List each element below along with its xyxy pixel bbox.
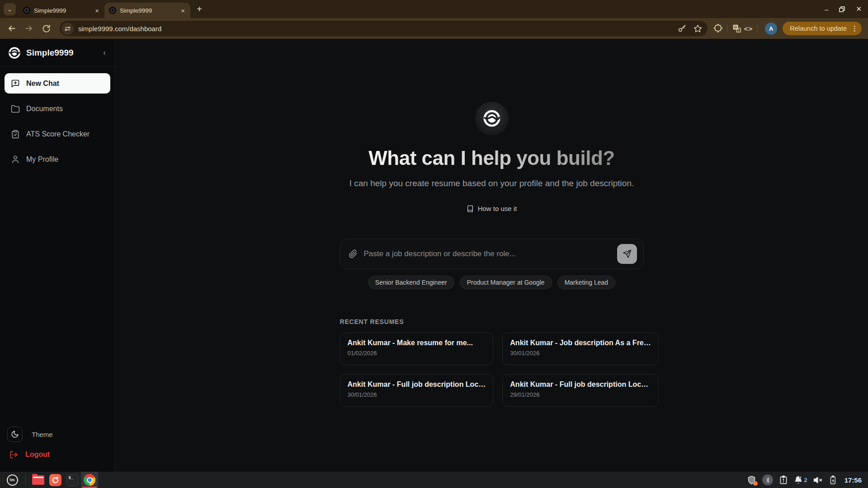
volume-muted-tray-icon[interactable] <box>813 475 823 485</box>
tune-icon <box>64 25 71 32</box>
folder-icon <box>11 104 20 113</box>
bookmark-star-icon[interactable] <box>693 24 702 33</box>
bluetooth-tray-icon[interactable] <box>762 474 773 485</box>
chat-plus-icon <box>11 79 20 88</box>
translate-icon[interactable]: G 文 <box>732 24 741 33</box>
close-window-button[interactable]: ✕ <box>856 5 862 13</box>
back-button[interactable] <box>5 21 19 36</box>
chrome-launcher-active[interactable] <box>81 472 98 488</box>
relaunch-to-update-button[interactable]: Relaunch to update ⋮ <box>783 22 862 35</box>
moon-icon <box>11 430 19 438</box>
restore-icon <box>839 6 845 12</box>
send-icon <box>623 249 632 258</box>
resume-date: 30/01/2026 <box>348 391 486 398</box>
chip-marketing-lead[interactable]: Marketing Lead <box>557 276 616 289</box>
browser-toolbar: simple9999.com/dashboard G 文 <> A Relaun… <box>0 18 868 39</box>
extensions-puzzle-icon[interactable] <box>714 24 723 33</box>
relaunch-label: Relaunch to update <box>790 25 847 32</box>
suggestion-chips: Senior Backend Engineer Product Manager … <box>340 276 644 289</box>
recent-resumes-heading: RECENT RESUMES <box>340 318 644 325</box>
paperclip-attach-icon[interactable] <box>349 249 358 258</box>
taskbar-clock[interactable]: 17:56 <box>844 476 862 484</box>
close-icon[interactable]: × <box>94 6 100 15</box>
resume-date: 29/01/2026 <box>510 391 651 398</box>
reload-button[interactable] <box>39 21 53 36</box>
chip-product-manager-at-google[interactable]: Product Manager at Google <box>460 276 552 289</box>
clipboard-check-icon <box>11 130 20 139</box>
resume-card[interactable]: Ankit Kumar - Job description As a Fre… … <box>502 333 658 365</box>
tab-title: Simple9999 <box>34 7 90 14</box>
simple9999-logo-icon <box>8 47 21 59</box>
sidebar: Simple9999 ‹ New Chat Documents <box>0 39 115 472</box>
update-manager-tray-icon[interactable] <box>779 475 788 484</box>
forward-button[interactable] <box>22 21 36 36</box>
sidebar-header: Simple9999 ‹ <box>0 39 115 67</box>
mint-menu-button[interactable]: lm <box>5 473 19 487</box>
job-description-input[interactable] <box>364 249 617 258</box>
theme-label: Theme <box>32 431 53 438</box>
tab-simple9999-2[interactable]: Simple9999 × <box>104 3 190 18</box>
send-button[interactable] <box>617 244 637 264</box>
resume-card[interactable]: Ankit Kumar - Full job description Loc… … <box>340 374 494 407</box>
address-bar[interactable]: simple9999.com/dashboard <box>60 21 708 36</box>
browser-menu-kebab-icon[interactable]: ⋮ <box>851 24 858 33</box>
how-to-use-button[interactable]: How to use it <box>467 205 517 212</box>
notification-count-badge: 2 <box>804 477 807 483</box>
notifications-tray-icon[interactable]: 2 <box>794 475 807 484</box>
security-shield-tray-icon[interactable] <box>747 475 756 485</box>
devtools-code-icon[interactable]: <> <box>744 25 753 33</box>
chevron-down-icon: ⌄ <box>7 6 12 13</box>
firefox-icon <box>49 474 61 486</box>
system-taskbar: lm $_ <box>0 472 868 488</box>
folder-icon <box>32 475 44 485</box>
job-description-input-container <box>340 239 644 269</box>
resume-card[interactable]: Ankit Kumar - Full job description Loc… … <box>502 374 658 407</box>
new-tab-button[interactable]: + <box>193 3 206 15</box>
sidebar-item-documents[interactable]: Documents <box>5 99 110 119</box>
logout-label: Logout <box>25 450 50 459</box>
linux-mint-icon: lm <box>7 474 18 486</box>
sidebar-item-new-chat[interactable]: New Chat <box>5 73 110 94</box>
terminal-launcher[interactable]: $_ <box>64 472 81 488</box>
resume-title: Ankit Kumar - Make resume for me... <box>348 339 486 347</box>
shield-status-dot <box>753 481 758 486</box>
theme-toggle-button[interactable] <box>7 427 23 442</box>
close-icon[interactable]: × <box>180 6 186 15</box>
sidebar-collapse-button[interactable]: ‹ <box>101 48 108 57</box>
restore-button[interactable] <box>839 6 845 12</box>
tab-simple9999-1[interactable]: Simple9999 × <box>19 3 104 18</box>
app-page: Simple9999 ‹ New Chat Documents <box>0 39 868 472</box>
main-content: What can I help you build? I can help yo… <box>115 39 868 472</box>
window-controls: – ✕ <box>825 0 862 18</box>
minimize-button[interactable]: – <box>825 5 828 13</box>
key-icon[interactable] <box>678 24 686 33</box>
site-info-button[interactable] <box>61 23 74 35</box>
sidebar-item-ats-score-checker[interactable]: ATS Score Checker <box>5 124 110 144</box>
sidebar-item-label: ATS Score Checker <box>26 130 90 138</box>
simple9999-hero-logo-icon <box>483 109 501 127</box>
resume-card[interactable]: Ankit Kumar - Make resume for me... 01/0… <box>340 333 494 365</box>
page-subtitle: I can help you create resume based on yo… <box>349 178 634 188</box>
site-favicon <box>23 7 30 14</box>
site-favicon <box>109 7 116 14</box>
profile-avatar[interactable]: A <box>765 23 777 35</box>
sidebar-nav: New Chat Documents ATS Score Checker <box>0 67 115 174</box>
taskbar-divider <box>25 474 26 485</box>
tab-search-button[interactable]: ⌄ <box>4 3 16 15</box>
battery-charging-tray-icon[interactable] <box>829 475 837 485</box>
book-icon <box>467 205 474 212</box>
resume-date: 01/02/2026 <box>348 350 486 357</box>
hero-logo-circle <box>475 102 509 135</box>
chip-senior-backend-engineer[interactable]: Senior Backend Engineer <box>368 276 454 289</box>
file-manager-launcher[interactable] <box>29 472 47 488</box>
firefox-launcher[interactable] <box>47 472 64 488</box>
recent-resumes-grid: Ankit Kumar - Make resume for me... 01/0… <box>340 333 644 407</box>
logout-button[interactable]: Logout <box>7 448 108 461</box>
sidebar-item-my-profile[interactable]: My Profile <box>5 149 110 169</box>
url-text: simple9999.com/dashboard <box>78 25 678 33</box>
tab-title: Simple9999 <box>120 7 176 14</box>
plus-icon: + <box>197 4 202 14</box>
user-icon <box>11 155 20 164</box>
reload-icon <box>42 24 51 33</box>
arrow-right-icon <box>24 24 33 33</box>
